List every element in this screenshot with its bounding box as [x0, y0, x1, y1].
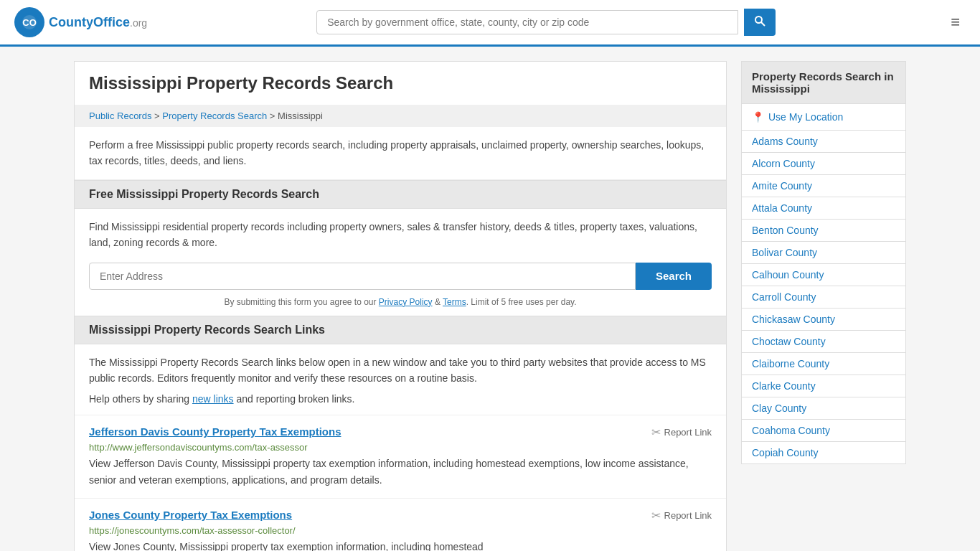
- links-description: The Mississippi Property Records Search …: [75, 344, 726, 391]
- link-entry: Jones County Property Tax Exemptions ✂ R…: [75, 498, 726, 551]
- sidebar-county-bolivar-county[interactable]: Bolivar County: [741, 242, 906, 264]
- header-search-area: [316, 9, 776, 36]
- disclaimer-amp: &: [435, 297, 440, 307]
- logo-text: CountyOffice.org: [49, 15, 147, 30]
- header-search-button[interactable]: [744, 9, 776, 36]
- sidebar-county-claiborne-county[interactable]: Claiborne County: [741, 353, 906, 375]
- page-title-bar: Mississippi Property Records Search: [75, 62, 726, 105]
- main-content: Mississippi Property Records Search Publ…: [74, 61, 727, 551]
- breadcrumb-sep-2: >: [270, 110, 275, 121]
- links-section-header: Mississippi Property Records Search Link…: [75, 316, 726, 344]
- address-input[interactable]: [89, 263, 636, 290]
- report-link-btn-0[interactable]: ✂ Report Link: [651, 425, 712, 439]
- new-links-link[interactable]: new links: [192, 393, 234, 405]
- content-area: Mississippi Property Records Search Publ…: [60, 61, 920, 551]
- free-search-section-header: Free Mississippi Property Records Search: [75, 180, 726, 209]
- sidebar-county-adams-county[interactable]: Adams County: [741, 131, 906, 153]
- logo-area: CO CountyOffice.org: [14, 7, 147, 37]
- link-entries-container: Jefferson Davis County Property Tax Exem…: [75, 415, 726, 551]
- sidebar-county-benton-county[interactable]: Benton County: [741, 220, 906, 242]
- report-label-0: Report Link: [664, 427, 712, 438]
- report-icon-0: ✂: [651, 425, 661, 439]
- report-label-1: Report Link: [664, 510, 712, 521]
- sidebar-county-alcorn-county[interactable]: Alcorn County: [741, 153, 906, 175]
- sidebar-title: Property Records Search in Mississippi: [741, 61, 906, 104]
- use-my-location[interactable]: 📍 Use My Location: [741, 104, 906, 131]
- logo-org: .org: [130, 17, 147, 29]
- svg-line-4: [761, 22, 765, 26]
- breadcrumb-property-records-search[interactable]: Property Records Search: [162, 110, 267, 121]
- report-link-btn-1[interactable]: ✂ Report Link: [651, 509, 712, 522]
- sidebar-county-choctaw-county[interactable]: Choctaw County: [741, 331, 906, 353]
- location-icon: 📍: [752, 111, 764, 123]
- menu-button[interactable]: ≡: [945, 10, 966, 34]
- sidebar-county-copiah-county[interactable]: Copiah County: [741, 442, 906, 464]
- sidebar-county-attala-county[interactable]: Attala County: [741, 197, 906, 220]
- form-disclaimer: By submitting this form you agree to our…: [75, 294, 726, 316]
- search-button[interactable]: Search: [636, 263, 712, 290]
- disclaimer-post: . Limit of 5 free uses per day.: [466, 297, 577, 307]
- link-title-1[interactable]: Jones County Property Tax Exemptions: [89, 509, 292, 521]
- link-url-0[interactable]: http://www.jeffersondaviscountyms.com/ta…: [89, 442, 712, 453]
- sidebar: Property Records Search in Mississippi 📍…: [741, 61, 906, 551]
- report-icon-1: ✂: [651, 509, 661, 522]
- privacy-policy-link[interactable]: Privacy Policy: [379, 297, 433, 307]
- breadcrumb: Public Records > Property Records Search…: [75, 105, 726, 127]
- free-search-description: Find Mississippi residential property re…: [75, 209, 726, 258]
- sidebar-county-clarke-county[interactable]: Clarke County: [741, 375, 906, 397]
- sidebar-county-calhoun-county[interactable]: Calhoun County: [741, 264, 906, 286]
- logo-icon: CO: [14, 7, 44, 37]
- sidebar-county-coahoma-county[interactable]: Coahoma County: [741, 420, 906, 442]
- breadcrumb-mississippi: Mississippi: [278, 110, 323, 121]
- page-title: Mississippi Property Records Search: [89, 73, 712, 93]
- sidebar-county-amite-county[interactable]: Amite County: [741, 175, 906, 197]
- link-desc-1: View Jones County, Mississippi property …: [89, 539, 712, 551]
- share-line: Help others by sharing new links and rep…: [75, 390, 726, 415]
- link-desc-0: View Jefferson Davis County, Mississippi…: [89, 456, 712, 488]
- link-entry: Jefferson Davis County Property Tax Exem…: [75, 415, 726, 498]
- svg-text:CO: CO: [22, 17, 37, 28]
- sidebar-county-clay-county[interactable]: Clay County: [741, 397, 906, 420]
- address-search-form: Search: [75, 258, 726, 294]
- share-pre: Help others by sharing: [89, 393, 192, 405]
- use-my-location-link[interactable]: Use My Location: [768, 111, 843, 123]
- logo-name: CountyOffice: [49, 15, 130, 29]
- link-url-1[interactable]: https://jonescountyms.com/tax-assessor-c…: [89, 525, 712, 536]
- breadcrumb-sep-1: >: [154, 110, 160, 121]
- disclaimer-pre: By submitting this form you agree to our: [224, 297, 378, 307]
- svg-point-3: [755, 17, 762, 23]
- breadcrumb-public-records[interactable]: Public Records: [89, 110, 151, 121]
- sidebar-county-carroll-county[interactable]: Carroll County: [741, 286, 906, 309]
- sidebar-counties-list: Adams CountyAlcorn CountyAmite CountyAtt…: [741, 131, 906, 464]
- main-description: Perform a free Mississippi public proper…: [75, 127, 726, 180]
- terms-link[interactable]: Terms: [443, 297, 466, 307]
- header-search-input[interactable]: [316, 10, 738, 34]
- link-title-0[interactable]: Jefferson Davis County Property Tax Exem…: [89, 425, 341, 438]
- share-post: and reporting broken links.: [234, 393, 355, 405]
- sidebar-county-chickasaw-county[interactable]: Chickasaw County: [741, 309, 906, 331]
- site-header: CO CountyOffice.org ≡: [0, 0, 980, 47]
